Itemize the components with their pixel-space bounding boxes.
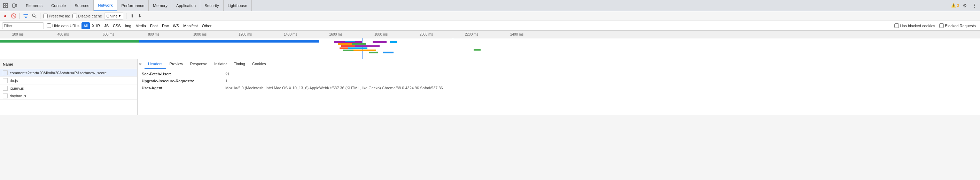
detail-tab-response[interactable]: Response <box>187 59 211 69</box>
warning-count: 3 <box>957 3 959 8</box>
filter-media-btn[interactable]: Media <box>134 22 148 29</box>
tick-1000: 1000 ms <box>193 32 207 36</box>
filter-css-btn[interactable]: CSS <box>111 22 123 29</box>
detail-tab-timing[interactable]: Timing <box>230 59 249 69</box>
settings-icon[interactable]: ⚙ <box>961 2 969 10</box>
detail-val-1: 1 <box>225 78 228 84</box>
filter-font-btn[interactable]: Font <box>148 22 160 29</box>
tab-application[interactable]: Application <box>172 0 200 11</box>
filter-right: Has blocked cookies Blocked Requests <box>894 23 978 28</box>
import-export-btns: ⬆ ⬇ <box>129 13 143 19</box>
filter-all-btn[interactable]: All <box>81 22 90 29</box>
tab-security[interactable]: Security <box>200 0 224 11</box>
detail-tab-preview[interactable]: Preview <box>166 59 187 69</box>
device-toolbar-icon[interactable] <box>10 2 19 10</box>
file-item-1[interactable]: do.js <box>0 77 137 84</box>
tab-memory[interactable]: Memory <box>149 0 172 11</box>
detail-val-2: Mozilla/5.0 (Macintosh; Intel Mac OS X 1… <box>225 85 443 91</box>
timeline-waterfall <box>0 39 980 59</box>
detail-row-1: Upgrade-Insecure-Requests: 1 <box>142 78 976 84</box>
file-item-3[interactable]: dayban.js <box>0 92 137 100</box>
timeline-header: 200 ms 400 ms 600 ms 800 ms 1000 ms 1200… <box>0 31 980 39</box>
disable-cache-checkbox[interactable] <box>72 14 77 18</box>
tab-bar-right: ⚠️ 3 ⚙ ⋮ <box>951 2 978 10</box>
devtools-icons <box>2 2 19 10</box>
file-item-0[interactable]: comments?start=20&limit=20&status=P&sort… <box>0 69 137 77</box>
details-content: Sec-Fetch-User: ?1 Upgrade-Insecure-Requ… <box>138 69 980 115</box>
wf-bar-6 <box>355 45 380 47</box>
close-details-btn[interactable]: ✕ <box>138 61 143 67</box>
has-blocked-cookies-label[interactable]: Has blocked cookies <box>894 23 935 28</box>
detail-row-2: User-Agent: Mozilla/5.0 (Macintosh; Inte… <box>142 85 976 91</box>
filter-bar: Hide data URLs All XHR JS CSS Img Media … <box>0 21 980 31</box>
filter-ws-btn[interactable]: WS <box>171 22 181 29</box>
wf-bar-14 <box>390 41 397 43</box>
tick-400: 400 ms <box>57 32 69 36</box>
tick-1400: 1400 ms <box>284 32 297 36</box>
tick-1800: 1800 ms <box>374 32 388 36</box>
hide-data-urls-checkbox[interactable] <box>47 23 51 28</box>
svg-rect-3 <box>6 6 8 8</box>
file-name-3: dayban.js <box>10 94 26 98</box>
tab-elements[interactable]: Elements <box>22 0 47 11</box>
detail-tab-headers[interactable]: Headers <box>145 59 166 69</box>
svg-rect-4 <box>13 4 15 7</box>
preserve-log-label[interactable]: Preserve log <box>43 14 70 18</box>
svg-point-6 <box>32 14 35 17</box>
file-icon-1 <box>3 78 8 83</box>
warning-badge[interactable]: ⚠️ 3 <box>951 3 959 8</box>
network-toolbar: ● 🚫 Preserve log Disable cache Online ▾ … <box>0 11 980 21</box>
tick-2200: 2200 ms <box>465 32 478 36</box>
wf-bar-12 <box>383 51 393 53</box>
divider-1 <box>19 13 20 19</box>
import-btn[interactable]: ⬆ <box>129 13 135 19</box>
detail-tab-cookies[interactable]: Cookies <box>249 59 270 69</box>
tick-600: 600 ms <box>103 32 114 36</box>
filter-js-btn[interactable]: JS <box>102 22 111 29</box>
file-item-2[interactable]: jquery.js <box>0 84 137 92</box>
throttle-dropdown[interactable]: Online ▾ <box>104 13 123 19</box>
filter-input[interactable] <box>4 24 35 28</box>
file-name-2: jquery.js <box>10 86 24 90</box>
filter-manifest-btn[interactable]: Manifest <box>181 22 200 29</box>
export-btn[interactable]: ⬇ <box>137 13 143 19</box>
wf-bar-8 <box>348 47 368 49</box>
record-btn[interactable]: ● <box>2 13 8 19</box>
tab-network[interactable]: Network <box>94 0 117 11</box>
file-icon-0 <box>3 71 8 76</box>
blocked-requests-checkbox[interactable] <box>939 23 944 28</box>
tick-1200: 1200 ms <box>239 32 252 36</box>
more-options-icon[interactable]: ⋮ <box>970 2 978 10</box>
detail-key-1: Upgrade-Insecure-Requests: <box>142 78 225 84</box>
tab-performance[interactable]: Performance <box>117 0 149 11</box>
filter-icon[interactable] <box>23 13 29 19</box>
wf-bar-4 <box>352 43 366 45</box>
detail-row-0: Sec-Fetch-User: ?1 <box>142 71 976 77</box>
tab-console[interactable]: Console <box>47 0 70 11</box>
red-marker-line <box>453 39 453 59</box>
detail-key-2: User-Agent: <box>142 85 225 91</box>
clear-btn[interactable]: 🚫 <box>10 13 17 19</box>
divider-3 <box>126 13 126 19</box>
search-icon[interactable] <box>31 13 37 19</box>
tab-bar: Elements Console Sources Network Perform… <box>0 0 980 11</box>
blocked-requests-label[interactable]: Blocked Requests <box>939 23 976 28</box>
disable-cache-label[interactable]: Disable cache <box>72 14 102 18</box>
file-list-header: Name <box>0 59 137 69</box>
filter-other-btn[interactable]: Other <box>200 22 214 29</box>
has-blocked-cookies-checkbox[interactable] <box>894 23 899 28</box>
hide-data-urls-label[interactable]: Hide data URLs <box>47 23 80 28</box>
detail-tab-initiator[interactable]: Initiator <box>211 59 230 69</box>
file-name-1: do.js <box>10 79 18 83</box>
filter-xhr-btn[interactable]: XHR <box>90 22 102 29</box>
chevron-down-icon: ▾ <box>119 14 121 18</box>
filter-img-btn[interactable]: Img <box>123 22 134 29</box>
tick-200: 200 ms <box>12 32 24 36</box>
tab-lighthouse[interactable]: Lighthouse <box>224 0 252 11</box>
svg-rect-0 <box>3 3 5 5</box>
preserve-log-checkbox[interactable] <box>43 14 48 18</box>
tab-sources[interactable]: Sources <box>70 0 94 11</box>
filter-doc-btn[interactable]: Doc <box>160 22 171 29</box>
tick-2400: 2400 ms <box>510 32 523 36</box>
inspect-icon[interactable] <box>2 2 10 10</box>
